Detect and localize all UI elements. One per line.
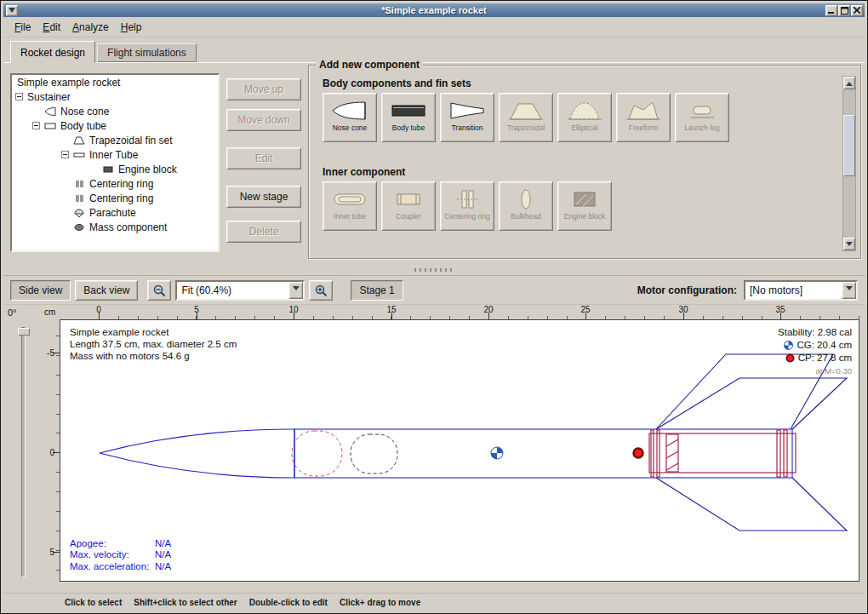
motor-configuration-value: [No motors] [745,282,842,299]
ruler-unit-label: cm [44,307,60,317]
scroll-up-icon[interactable] [843,77,855,89]
engine-block-icon [566,186,603,213]
minimize-button[interactable] [825,5,837,16]
horizontal-ruler: 0 5 10 15 20 25 30 35 [60,305,859,319]
splitter-grip-icon [414,268,454,272]
menu-analyze[interactable]: Analyze [66,19,115,36]
new-stage-button[interactable]: New stage [226,186,301,208]
centering-ring-icon [73,193,85,204]
side-view-button[interactable]: Side view [10,280,71,301]
add-coupler-button[interactable]: Coupler [381,181,436,231]
rocket-canvas[interactable]: Simple example rocket Length 37.5 cm, ma… [60,319,859,582]
tab-strip: Rocket design Flight simulations [3,37,865,62]
chevron-down-icon[interactable] [288,282,303,299]
stability-value: Stability: 2.98 cal [778,326,852,339]
tree-item-rocket[interactable]: Simple example rocket [12,75,218,89]
edit-button[interactable]: Edit [226,147,301,169]
fin-set-outline [656,354,847,531]
magnifier-minus-icon [152,284,166,297]
vertical-ruler: -5 0 5 [43,319,60,582]
tree-item-body-tube[interactable]: Body tube [12,118,218,133]
rocket-view-area: 0° cm 0 5 10 15 20 25 30 35 -5 0 5 [3,305,865,593]
status-bar: Click to select Shift+click to select ot… [3,593,865,611]
add-trapezoidal-fin-button[interactable]: Trapezoidal [499,93,553,142]
zoom-out-button[interactable] [147,280,171,301]
menu-help[interactable]: Help [115,19,148,36]
splitter[interactable] [3,265,865,276]
inner-tube-icon [331,186,368,213]
back-view-button[interactable]: Back view [75,280,138,301]
rotation-slider-handle[interactable] [18,328,30,336]
mass-component-outline [351,434,397,473]
centering-ring-icon [73,179,85,189]
maximize-button[interactable] [838,5,850,16]
cp-icon [785,353,795,363]
add-inner-tube-button[interactable]: Inner tube [323,181,377,231]
group-title: Add new component [316,59,423,71]
add-transition-button[interactable]: Transition [440,93,494,142]
close-button[interactable] [851,5,863,16]
menu-edit[interactable]: Edit [37,19,66,36]
cg-icon [784,341,793,350]
window-title: *Simple example rocket [3,3,865,17]
tree-item-inner-tube[interactable]: Inner Tube [12,147,218,162]
trapezoidal-fin-icon [73,135,85,146]
tree-item-engine-block[interactable]: Engine block [12,162,218,176]
tree-item-sustainer[interactable]: Sustainer [12,89,218,104]
centering-ring-icon [448,186,486,213]
mass-component-icon [73,222,85,232]
collapse-icon[interactable] [32,122,40,129]
move-down-button[interactable]: Move down [226,109,301,131]
trapezoidal-fin-icon [507,97,545,124]
component-tree[interactable]: Simple example rocket Sustainer Nose con… [10,73,220,252]
scrollbar-thumb[interactable] [843,115,855,176]
bulkhead-icon [507,186,545,213]
add-body-tube-button[interactable]: Body tube [381,93,436,142]
titlebar[interactable]: *Simple example rocket [3,3,865,17]
motor-configuration-select[interactable]: [No motors] [744,280,858,301]
collapse-icon[interactable] [61,151,69,158]
tree-item-mass-component[interactable]: Mass component [12,220,218,234]
add-elliptical-fin-button[interactable]: Elliptical [557,93,612,142]
menubar: File Edit Analyze Help [3,17,865,37]
zoom-in-button[interactable] [309,280,333,301]
inner-tube-icon [73,150,85,160]
chevron-down-icon[interactable] [842,282,856,299]
motor-configuration-label: Motor configuration: [637,284,740,296]
tab-flight-simulations[interactable]: Flight simulations [97,43,197,62]
stability-info: Stability: 2.98 cal CG: 20.4 cm CP: 27.8… [778,326,852,377]
add-launch-lug-button[interactable]: Launch lug [675,93,729,142]
inner-component-buttons: Inner tube Coupler Centering ring [323,181,612,231]
stage-1-toggle[interactable]: Stage 1 [351,280,403,301]
rotation-slider[interactable] [21,327,26,577]
rotation-angle-label: 0° [8,307,17,318]
move-up-button[interactable]: Move up [226,78,301,100]
add-freeform-fin-button[interactable]: Freeform [616,93,671,142]
rocket-design-panel: Simple example rocket Sustainer Nose con… [3,62,865,265]
add-nose-cone-button[interactable]: Nose cone [323,93,377,142]
collapse-icon[interactable] [15,93,23,100]
body-tube-icon [44,121,56,131]
add-bulkhead-button[interactable]: Bulkhead [499,181,553,231]
tree-item-fin-set[interactable]: Trapezoidal fin set [12,133,218,147]
component-scrollbar[interactable] [842,76,856,251]
tree-item-nose-cone[interactable]: Nose cone [12,104,218,118]
tree-item-centering-ring-1[interactable]: Centering ring [12,176,218,191]
tab-rocket-design[interactable]: Rocket design [10,41,95,63]
delete-button[interactable]: Delete [226,221,301,243]
freeform-fin-icon [625,97,662,124]
coupler-icon [390,186,427,213]
add-centering-ring-button[interactable]: Centering ring [440,181,494,231]
nose-cone-icon [44,106,56,117]
inner-component-label: Inner component [323,166,405,178]
window-menu-icon[interactable] [6,5,18,16]
cp-value: CP: 27.8 cm [798,352,852,364]
tree-item-centering-ring-2[interactable]: Centering ring [12,191,218,205]
tree-item-parachute[interactable]: Parachute [12,205,218,220]
zoom-select[interactable]: Fit (60.4%) [175,280,305,301]
elliptical-fin-icon [566,97,603,124]
scroll-down-icon[interactable] [843,238,855,250]
menu-file[interactable]: File [9,19,37,36]
add-engine-block-button[interactable]: Engine block [557,181,612,231]
motor-mount-outline [649,430,796,477]
